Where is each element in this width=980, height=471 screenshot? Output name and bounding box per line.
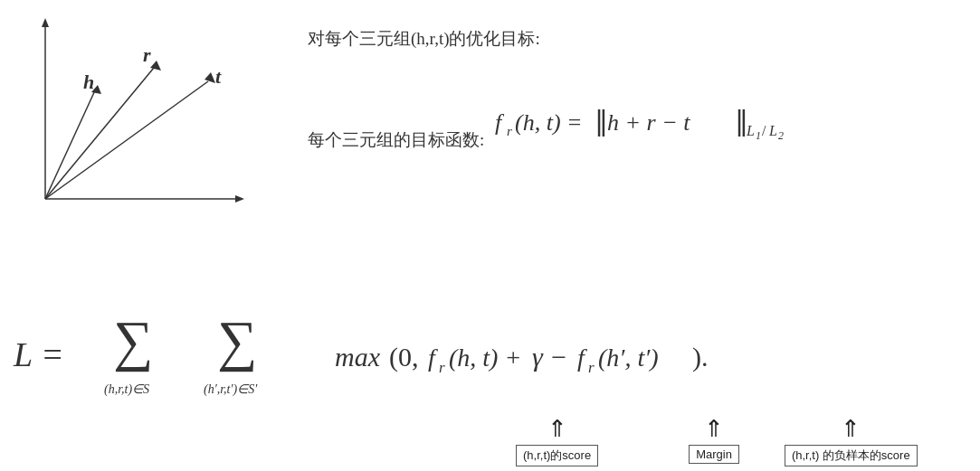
svg-text:f: f [577, 344, 587, 372]
svg-marker-1 [235, 195, 244, 203]
svg-text:∑: ∑ [113, 310, 153, 372]
arrow-up-2: ⇑ [704, 415, 724, 443]
annotation-label-3: (h,r,t) 的负样本的score [785, 445, 918, 466]
svg-text:(0,: (0, [389, 342, 419, 372]
svg-text:(h, t) +: (h, t) + [449, 344, 521, 372]
svg-marker-3 [42, 18, 49, 27]
svg-marker-9 [205, 72, 215, 83]
svg-marker-7 [150, 61, 161, 71]
formula-line: 每个三元组的目标函数: f r (h, t) = ‖ h + r − t ‖ L… [308, 96, 962, 152]
annotation-score: ⇑ (h,r,t)的score [516, 415, 598, 466]
svg-text:).: ). [692, 342, 709, 372]
svg-text:r: r [588, 359, 595, 376]
svg-text:h + r − t: h + r − t [607, 109, 690, 136]
svg-text:∑: ∑ [217, 310, 257, 372]
arrow-up-1: ⇑ [547, 415, 567, 443]
svg-text:r: r [143, 43, 151, 66]
svg-text:1: 1 [756, 129, 761, 142]
annotation-label-1: (h,r,t)的score [516, 445, 598, 466]
svg-text:(h, t) =: (h, t) = [515, 109, 583, 136]
bottom-formula-svg: L = ∑ (h,r,t)∈S ∑ (h′,r,t′)∈S′ max (0, f… [9, 289, 968, 416]
svg-text:L: L [746, 123, 755, 138]
svg-text:(h′,r,t′)∈S′: (h′,r,t′)∈S′ [204, 382, 258, 397]
svg-text:h: h [83, 71, 94, 93]
svg-line-8 [45, 81, 208, 199]
svg-text:(h′, t′): (h′, t′) [598, 344, 659, 372]
annotation-label-2: Margin [689, 445, 739, 464]
svg-text:2: 2 [778, 129, 784, 142]
annotation-neg-score: ⇑ (h,r,t) 的负样本的score [785, 415, 918, 466]
svg-text:‖: ‖ [595, 106, 608, 137]
bottom-formula-area: L = ∑ (h,r,t)∈S ∑ (h′,r,t′)∈S′ max (0, f… [9, 289, 971, 419]
annotations-row: ⇑ (h,r,t)的score ⇑ Margin ⇑ (h,r,t) 的负样本的… [516, 415, 918, 466]
svg-line-4 [45, 90, 95, 199]
coordinate-diagram: h r t [18, 18, 253, 226]
arrow-up-3: ⇑ [841, 415, 861, 443]
svg-text:/: / [762, 123, 766, 138]
optimization-title: 对每个三元组(h,r,t)的优化目标: [308, 27, 962, 51]
svg-line-6 [45, 68, 154, 199]
formula-svg: f r (h, t) = ‖ h + r − t ‖ L 1 / L 2 [495, 96, 929, 146]
svg-text:r: r [507, 124, 512, 138]
svg-text:(h,r,t)∈S: (h,r,t)∈S [104, 382, 149, 397]
formula-label-text: 每个三元组的目标函数: [308, 128, 484, 152]
svg-text:L =: L = [13, 335, 64, 373]
svg-text:t: t [215, 65, 222, 88]
page-container: h r t 对每个三元组(h,r,t)的优化目标: 每个三元组的目标函数: f … [0, 0, 980, 471]
svg-text:L: L [768, 123, 777, 138]
annotation-margin: ⇑ Margin [689, 415, 739, 464]
svg-text:γ −: γ − [532, 342, 568, 372]
optimization-title-text: 对每个三元组(h,r,t)的优化目标: [308, 29, 540, 48]
svg-text:r: r [439, 359, 445, 376]
top-text-area: 对每个三元组(h,r,t)的优化目标: 每个三元组的目标函数: f r (h, … [308, 27, 962, 152]
svg-text:max: max [335, 342, 381, 372]
svg-text:f: f [495, 109, 505, 136]
svg-text:f: f [428, 344, 438, 372]
diagram-area: h r t [18, 18, 271, 244]
